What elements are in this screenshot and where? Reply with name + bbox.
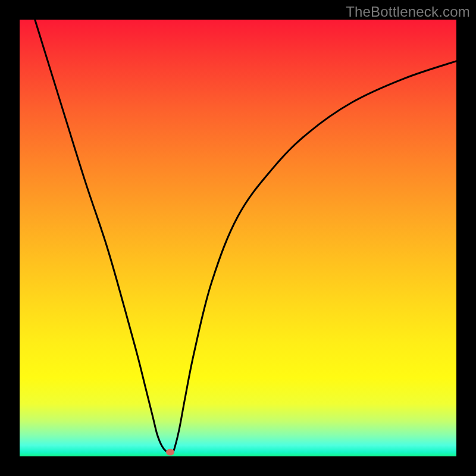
plot-area xyxy=(20,20,456,456)
watermark-text: TheBottleneck.com xyxy=(346,4,470,20)
minimum-marker xyxy=(166,449,174,455)
bottleneck-curve xyxy=(35,20,456,453)
curve-svg xyxy=(20,20,456,456)
chart-frame: TheBottleneck.com xyxy=(0,0,476,476)
